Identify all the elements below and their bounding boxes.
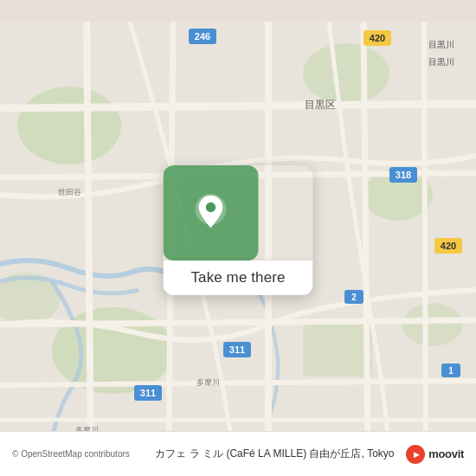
bottom-bar: © OpenStreetMap contributors カフェ ラ ミル (C…: [0, 431, 476, 476]
svg-text:311: 311: [229, 344, 245, 355]
svg-text:311: 311: [140, 388, 156, 398]
place-name: カフェ ラ ミル (CaFé LA MILLE) 自由が丘店, Tokyo: [144, 447, 406, 461]
svg-text:目黒川: 目黒川: [428, 40, 454, 49]
moovit-text: moovit: [428, 447, 464, 460]
svg-text:目黒川: 目黒川: [428, 57, 454, 67]
svg-text:420: 420: [441, 241, 456, 251]
copyright-text: © OpenStreetMap contributors: [12, 449, 144, 459]
svg-line-13: [87, 22, 91, 454]
moovit-icon: [406, 445, 425, 464]
svg-point-2: [303, 43, 389, 104]
svg-text:246: 246: [195, 31, 210, 42]
svg-line-17: [424, 22, 426, 454]
svg-line-16: [363, 22, 368, 454]
svg-rect-7: [303, 325, 372, 376]
svg-point-1: [17, 87, 121, 164]
moovit-logo: moovit: [406, 445, 464, 464]
svg-text:2: 2: [351, 293, 357, 302]
svg-text:420: 420: [370, 33, 385, 43]
svg-point-6: [402, 303, 463, 346]
cta-card: Take me there: [163, 165, 312, 295]
pin-background: [163, 165, 258, 261]
svg-text:目黒区: 目黒区: [305, 99, 336, 111]
map-container: 420 246 318 311 311 420 2 1 目黒区 目黒川 目黒川 …: [0, 0, 476, 476]
svg-line-8: [0, 104, 476, 108]
svg-text:多摩川: 多摩川: [196, 378, 220, 387]
svg-text:世田谷: 世田谷: [58, 188, 81, 196]
svg-text:1: 1: [448, 366, 453, 376]
svg-point-42: [206, 203, 215, 212]
svg-text:318: 318: [396, 170, 411, 180]
take-me-there-button[interactable]: Take me there: [163, 261, 312, 295]
location-pin-icon: [191, 194, 229, 232]
